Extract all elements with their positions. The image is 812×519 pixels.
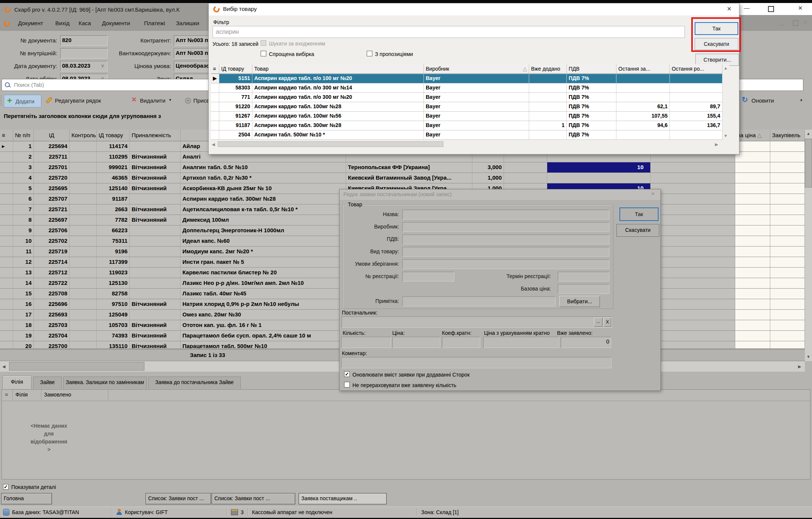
doc-date-chevron-icon[interactable]: ∨ [101, 63, 105, 68]
column-header-price[interactable]: на ціна △ [735, 130, 770, 141]
cell-c13[interactable] [735, 331, 770, 341]
cell-vat[interactable]: ПДВ 7% [567, 130, 616, 139]
cell-id[interactable]: 225701 [34, 162, 70, 172]
cell-name[interactable]: Идеал капс. №60 [181, 236, 346, 246]
cell-name[interactable]: Парацетамол табл. 500мг №10 [181, 341, 346, 349]
cell-num[interactable]: 15 [13, 289, 34, 299]
cell-c13[interactable] [735, 320, 770, 330]
cell-last2[interactable]: 136,7 [670, 121, 722, 130]
cell-control[interactable] [70, 204, 97, 215]
cell-id[interactable]: 225693 [34, 310, 70, 320]
table-row[interactable]: 422572046365ВітчизнянийАртихол табл. 0,2… [0, 173, 805, 183]
cell-e2[interactable] [651, 278, 735, 288]
cell-product_id[interactable]: 2663 [97, 204, 130, 215]
reg-field[interactable] [402, 272, 454, 281]
cell-c14[interactable] [770, 215, 805, 225]
cell-ind[interactable] [0, 257, 13, 267]
cell-c14[interactable] [770, 331, 805, 341]
cell-c13[interactable] [735, 268, 770, 278]
cell-ind[interactable] [0, 215, 13, 225]
cell-c14[interactable] [770, 320, 805, 330]
cell-vat[interactable]: ПДВ 7% [567, 121, 616, 130]
cell-origin[interactable] [130, 310, 181, 320]
refresh-button[interactable]: Оновити [751, 97, 774, 104]
cell-id[interactable]: 225702 [34, 236, 70, 246]
cell-name[interactable]: Аспирин кардио табл. 300мг №28 [181, 194, 346, 204]
close-icon[interactable]: × [651, 190, 655, 198]
scroll-right-icon[interactable]: ▶ [715, 142, 718, 147]
cell-vendor[interactable]: Киевский Витаминный Завод [Укра... [346, 173, 472, 183]
menu-exit[interactable]: Вихід [55, 20, 70, 26]
cell-product_id[interactable]: 91187 [97, 194, 130, 204]
cell-control[interactable] [70, 320, 97, 330]
cell-c14[interactable] [770, 310, 805, 320]
cell-id[interactable]: 225703 [34, 320, 70, 330]
cell-name[interactable]: Аспирин кардио табл. п/о 300 мг №20 [252, 93, 424, 102]
product-select-table[interactable]: ≡ІД товаруТоварВиробник △Вже доданоПДВОс… [211, 64, 722, 140]
cell-num[interactable]: 18 [13, 320, 34, 330]
dialog-table-row[interactable]: 91187Аспирин кардио табл. 300мг №28Bayer… [211, 121, 722, 130]
cell-c14[interactable] [770, 194, 805, 204]
cell-ind[interactable] [0, 289, 13, 299]
cell-num[interactable]: 4 [13, 173, 34, 183]
cell-id[interactable]: 225704 [34, 331, 70, 341]
cell-control[interactable] [70, 152, 97, 162]
cell-c14[interactable] [770, 247, 805, 257]
cell-ind[interactable] [0, 204, 13, 215]
cell-e2[interactable] [651, 183, 735, 194]
cell-origin[interactable] [130, 257, 181, 267]
product-select-titlebar[interactable]: Вибір товару × [209, 3, 739, 15]
cell-name[interactable]: Аналгин табл. 0.5г №10 [181, 162, 346, 172]
cell-last2[interactable] [670, 93, 722, 102]
taskbar-button-list1[interactable]: Список: Заявки пост ... [146, 493, 211, 504]
dialog-table-row[interactable]: 771Аспирин кардио табл. п/о 300 мг №20Ba… [211, 93, 722, 102]
cell-id[interactable]: 225694 [34, 141, 70, 151]
cell-vendor[interactable]: Bayer [424, 102, 529, 111]
cell-c14[interactable] [770, 257, 805, 267]
minimize-icon[interactable]: — [744, 5, 750, 11]
cell-e2[interactable] [651, 204, 735, 215]
cell-name[interactable]: Артихол табл. 0,2г №30 * [181, 173, 346, 183]
mdi-close-icon[interactable]: × [803, 18, 807, 26]
cell-product_id[interactable]: 9196 [97, 247, 130, 257]
cell-ind[interactable] [0, 310, 13, 320]
cell-id[interactable]: 225697 [34, 215, 70, 225]
cell-c13[interactable] [735, 194, 770, 204]
cell-num[interactable]: 2 [13, 152, 34, 162]
show-details-checkbox[interactable]: ✓ [3, 484, 9, 490]
cell-product_id[interactable]: 999021 [97, 162, 130, 172]
cell-origin[interactable] [130, 225, 181, 236]
edit-row-button[interactable]: Редагувати рядок [55, 97, 101, 104]
cell-c13[interactable] [735, 215, 770, 225]
cell-num[interactable]: 9 [13, 225, 34, 236]
cell-ind[interactable] [211, 112, 219, 121]
cell-name[interactable]: Лазикс табл. 40мг №45 [181, 289, 346, 299]
cell-vendor[interactable]: Bayer [424, 93, 529, 102]
cell-ind[interactable] [0, 247, 13, 257]
cell-num[interactable]: 3 [13, 162, 34, 172]
qty-field[interactable] [341, 337, 391, 348]
cell-e2[interactable] [651, 268, 735, 278]
cell-ind[interactable] [0, 162, 13, 172]
cell-id[interactable]: 225720 [34, 173, 70, 183]
cell-id[interactable]: 771 [219, 93, 252, 102]
cell-id[interactable]: 91220 [219, 102, 252, 111]
cell-vendor[interactable]: Bayer [424, 130, 529, 139]
declared-field[interactable]: 0 [561, 337, 611, 348]
cell-e2[interactable] [651, 310, 735, 320]
coef-field[interactable] [442, 337, 480, 348]
proposals-checkbox[interactable] [367, 51, 372, 56]
column-header[interactable]: Виробник △ [424, 64, 529, 74]
no-recalc-checkbox[interactable] [344, 382, 350, 387]
cell-last2[interactable] [670, 74, 722, 83]
ok-button[interactable]: Так [619, 207, 659, 221]
cell-c14[interactable] [770, 152, 805, 162]
cell-origin[interactable]: Вітчизняний [130, 183, 181, 194]
cell-origin[interactable]: Вітчизняний [130, 162, 181, 172]
cell-control[interactable] [70, 215, 97, 225]
cell-id[interactable]: 225706 [34, 225, 70, 236]
cell-c14[interactable] [770, 141, 805, 151]
cell-added[interactable] [529, 93, 567, 102]
cell-vendor[interactable]: Bayer [424, 74, 529, 83]
cell-num[interactable]: 11 [13, 247, 34, 257]
